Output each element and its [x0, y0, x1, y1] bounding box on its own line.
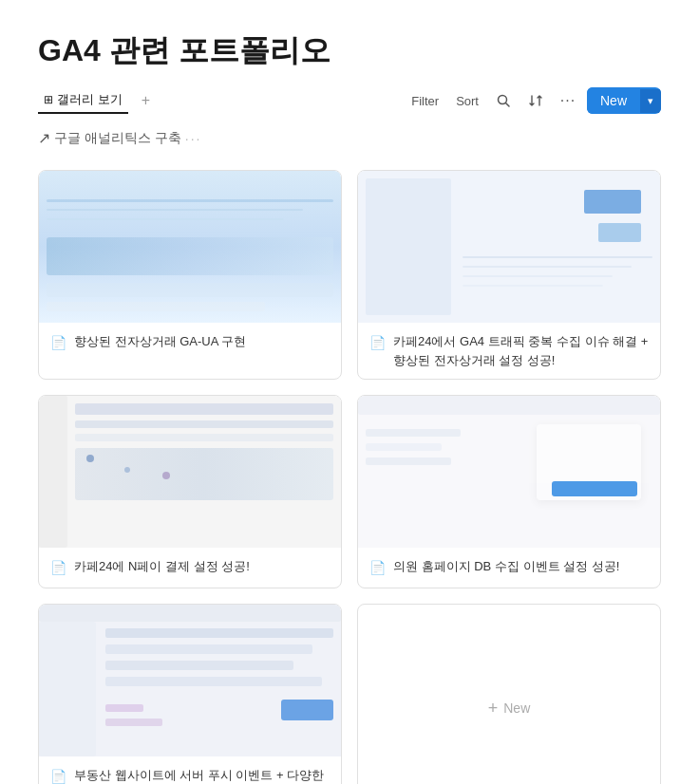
- thumbnail-element: [552, 481, 637, 496]
- toolbar-left: ⊞ 갤러리 보기 +: [38, 87, 156, 114]
- thumbnail-element: [281, 700, 333, 720]
- new-card-label: New: [503, 700, 530, 716]
- card-title: 카페24에 N페이 결제 설정 성공!: [74, 557, 250, 576]
- card-title: 부동산 웹사이트에 서버 푸시 이벤트 + 다양한 전환 이벤트 수집 설정 성…: [74, 766, 330, 784]
- new-button-group: New ▾: [587, 87, 661, 114]
- breadcrumb-text[interactable]: 구글 애널리틱스 구축: [54, 130, 181, 147]
- gallery-card[interactable]: 📄의원 홈페이지 DB 수집 이벤트 설정 성공!: [357, 395, 661, 588]
- more-options-button[interactable]: ···: [555, 87, 581, 114]
- thumbnail-element: [598, 223, 641, 242]
- search-icon: [497, 94, 510, 107]
- thumbnail-element: [463, 256, 652, 258]
- document-icon: 📄: [50, 767, 66, 784]
- breadcrumb-arrow[interactable]: ↗: [38, 129, 50, 147]
- thumbnail-element: [366, 457, 451, 465]
- breadcrumb: ↗ 구글 애널리틱스 구축 ···: [38, 125, 661, 151]
- document-icon: 📄: [50, 558, 66, 578]
- breadcrumb-more: ···: [185, 131, 202, 146]
- search-button[interactable]: [490, 87, 517, 114]
- plus-icon: +: [488, 699, 499, 719]
- document-icon: 📄: [369, 333, 386, 353]
- card-thumbnail: [358, 396, 660, 548]
- sort-icon-button[interactable]: [522, 87, 549, 114]
- thumbnail-element: [463, 275, 613, 277]
- card-footer: 📄카페24에서 GA4 트래픽 중복 수집 이슈 해결 + 향상된 전자상거래 …: [358, 323, 660, 379]
- thumbnail-element: [105, 704, 143, 712]
- caret-down-icon: ▾: [648, 95, 653, 106]
- thumbnail-element: [47, 302, 265, 311]
- new-button-caret[interactable]: ▾: [640, 89, 661, 113]
- thumbnail-inner: [358, 171, 660, 323]
- thumbnail-element: [366, 178, 451, 315]
- card-thumbnail: [39, 396, 341, 548]
- thumbnail-element: [366, 429, 461, 437]
- filter-button[interactable]: Filter: [406, 90, 444, 112]
- thumbnail-element: [47, 283, 333, 297]
- thumbnail-element: [105, 661, 293, 670]
- thumbnail-element: [86, 455, 94, 462]
- thumbnail-background: [39, 171, 341, 323]
- thumbnail-element: [105, 719, 162, 726]
- thumbnail-element: [105, 644, 312, 654]
- card-footer: 📄향상된 전자상거래 GA-UA 구현: [39, 323, 341, 363]
- new-button[interactable]: New: [587, 87, 640, 114]
- gallery-card[interactable]: 📄카페24에서 GA4 트래픽 중복 수집 이슈 해결 + 향상된 전자상거래 …: [357, 170, 661, 380]
- thumbnail-background: [39, 605, 341, 756]
- card-title: 의원 홈페이지 DB 수집 이벤트 설정 성공!: [393, 557, 619, 576]
- gallery-grid: 📄향상된 전자상거래 GA-UA 구현📄카페24에서 GA4 트래픽 중복 수집…: [38, 170, 661, 784]
- thumbnail-element: [75, 403, 333, 415]
- sort-arrows-icon: [529, 94, 542, 107]
- thumbnail-element: [366, 443, 442, 451]
- card-footer: 📄의원 홈페이지 DB 수집 이벤트 설정 성공!: [358, 548, 660, 588]
- thumbnail-element: [47, 209, 303, 211]
- thumbnail-background: [358, 396, 660, 548]
- thumbnail-element: [75, 448, 333, 500]
- svg-line-1: [505, 103, 509, 107]
- card-title: 카페24에서 GA4 트래픽 중복 수집 이슈 해결 + 향상된 전자상거래 설…: [393, 332, 649, 369]
- page-title: GA4 관련 포트폴리오: [38, 30, 661, 72]
- add-view-tab-button[interactable]: +: [136, 90, 156, 111]
- card-thumbnail: [39, 605, 341, 756]
- thumbnail-element: [584, 190, 641, 214]
- document-icon: 📄: [369, 558, 386, 578]
- gallery-card[interactable]: 📄카페24에 N페이 결제 설정 성공!: [38, 395, 342, 588]
- gallery-view-tab[interactable]: ⊞ 갤러리 보기: [38, 87, 128, 114]
- thumbnail-element: [124, 467, 130, 473]
- thumbnail-element: [463, 285, 603, 287]
- thumbnail-background: [39, 396, 341, 548]
- document-icon: 📄: [50, 333, 66, 353]
- thumbnail-element: [47, 218, 284, 220]
- card-title: 향상된 전자상거래 GA-UA 구현: [74, 332, 246, 351]
- thumbnail-inner: [39, 171, 341, 323]
- card-footer: 📄부동산 웹사이트에 서버 푸시 이벤트 + 다양한 전환 이벤트 수집 설정 …: [39, 756, 341, 784]
- thumbnail-element: [47, 237, 333, 275]
- thumbnail-element: [463, 266, 632, 268]
- gallery-card[interactable]: 📄부동산 웹사이트에 서버 푸시 이벤트 + 다양한 전환 이벤트 수집 설정 …: [38, 604, 342, 784]
- thumbnail-element: [75, 420, 333, 428]
- thumbnail-element: [39, 396, 67, 548]
- thumbnail-element: [39, 622, 96, 756]
- gallery-icon: ⊞: [44, 93, 53, 106]
- thumbnail-element: [105, 628, 333, 638]
- thumbnail-background: [358, 171, 660, 323]
- add-new-card[interactable]: +New: [357, 604, 661, 784]
- thumbnail-element: [358, 396, 660, 415]
- card-thumbnail: [358, 171, 660, 323]
- card-thumbnail: [39, 171, 341, 323]
- thumbnail-element: [105, 677, 322, 686]
- thumbnail-inner: [39, 396, 341, 548]
- thumbnail-element: [162, 472, 170, 479]
- more-dots-icon: ···: [560, 92, 576, 109]
- sort-button[interactable]: Sort: [450, 90, 484, 112]
- thumbnail-element: [75, 434, 333, 441]
- thumbnail-inner: [39, 605, 341, 756]
- toolbar-right: Filter Sort ··· New ▾: [406, 87, 661, 114]
- thumbnail-element: [39, 605, 341, 622]
- toolbar: ⊞ 갤러리 보기 + Filter Sort ··· New ▾: [38, 87, 661, 118]
- gallery-tab-label: 갤러리 보기: [57, 91, 123, 108]
- gallery-card[interactable]: 📄향상된 전자상거래 GA-UA 구현: [38, 170, 342, 380]
- thumbnail-inner: [358, 396, 660, 548]
- thumbnail-element: [47, 199, 333, 202]
- card-footer: 📄카페24에 N페이 결제 설정 성공!: [39, 548, 341, 588]
